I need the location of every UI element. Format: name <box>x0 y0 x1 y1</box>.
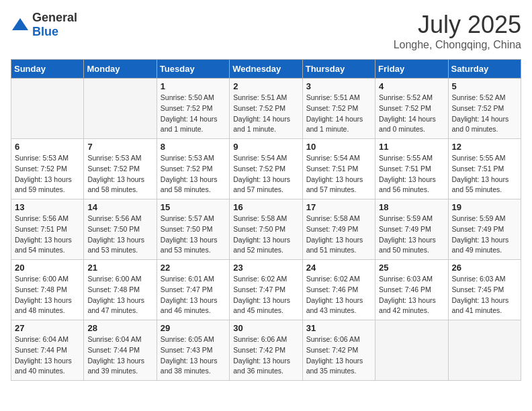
day-number: 30 <box>233 323 298 333</box>
day-info: Sunrise: 5:53 AM Sunset: 7:52 PM Dayligh… <box>161 153 226 195</box>
day-info: Sunrise: 6:03 AM Sunset: 7:45 PM Dayligh… <box>452 274 517 316</box>
day-number: 14 <box>87 202 152 212</box>
day-number: 24 <box>306 263 371 273</box>
day-info: Sunrise: 5:54 AM Sunset: 7:51 PM Dayligh… <box>306 153 371 195</box>
day-info: Sunrise: 5:53 AM Sunset: 7:52 PM Dayligh… <box>87 153 152 195</box>
calendar-cell <box>448 320 521 381</box>
calendar-cell: 18Sunrise: 5:59 AM Sunset: 7:49 PM Dayli… <box>375 199 448 260</box>
weekday-header: Thursday <box>302 60 375 79</box>
logo-general: General <box>32 11 77 24</box>
day-info: Sunrise: 5:54 AM Sunset: 7:52 PM Dayligh… <box>233 153 298 195</box>
calendar-cell: 14Sunrise: 5:56 AM Sunset: 7:50 PM Dayli… <box>84 199 157 260</box>
calendar-cell: 2Sunrise: 5:51 AM Sunset: 7:52 PM Daylig… <box>230 79 302 139</box>
day-info: Sunrise: 5:58 AM Sunset: 7:49 PM Dayligh… <box>306 214 371 256</box>
day-number: 3 <box>306 81 371 91</box>
calendar-table: SundayMondayTuesdayWednesdayThursdayFrid… <box>11 59 521 381</box>
calendar-cell: 27Sunrise: 6:04 AM Sunset: 7:44 PM Dayli… <box>11 320 84 381</box>
calendar-cell: 29Sunrise: 6:05 AM Sunset: 7:43 PM Dayli… <box>157 320 229 381</box>
day-info: Sunrise: 6:05 AM Sunset: 7:43 PM Dayligh… <box>161 334 226 377</box>
day-number: 29 <box>161 323 226 333</box>
day-number: 18 <box>379 202 444 212</box>
day-number: 15 <box>161 202 226 212</box>
calendar-cell: 5Sunrise: 5:52 AM Sunset: 7:52 PM Daylig… <box>448 79 521 139</box>
day-number: 7 <box>87 142 152 152</box>
day-number: 5 <box>452 81 517 91</box>
day-info: Sunrise: 5:59 AM Sunset: 7:49 PM Dayligh… <box>379 214 444 256</box>
day-info: Sunrise: 5:56 AM Sunset: 7:50 PM Dayligh… <box>87 214 152 256</box>
day-info: Sunrise: 6:02 AM Sunset: 7:47 PM Dayligh… <box>233 274 298 316</box>
calendar-cell: 31Sunrise: 6:06 AM Sunset: 7:42 PM Dayli… <box>302 320 375 381</box>
day-info: Sunrise: 5:57 AM Sunset: 7:50 PM Dayligh… <box>161 214 226 256</box>
day-info: Sunrise: 5:58 AM Sunset: 7:50 PM Dayligh… <box>233 214 298 256</box>
calendar-cell: 30Sunrise: 6:06 AM Sunset: 7:42 PM Dayli… <box>230 320 302 381</box>
calendar-cell: 12Sunrise: 5:55 AM Sunset: 7:51 PM Dayli… <box>448 139 521 199</box>
calendar-cell: 23Sunrise: 6:02 AM Sunset: 7:47 PM Dayli… <box>230 260 302 320</box>
day-info: Sunrise: 6:06 AM Sunset: 7:42 PM Dayligh… <box>233 334 298 377</box>
day-number: 8 <box>161 142 226 152</box>
day-info: Sunrise: 5:51 AM Sunset: 7:52 PM Dayligh… <box>306 93 371 135</box>
day-info: Sunrise: 6:01 AM Sunset: 7:47 PM Dayligh… <box>161 274 226 316</box>
location: Longhe, Chongqing, China <box>394 39 521 51</box>
day-number: 17 <box>306 202 371 212</box>
day-number: 21 <box>87 263 152 273</box>
day-info: Sunrise: 6:04 AM Sunset: 7:44 PM Dayligh… <box>15 334 80 377</box>
day-info: Sunrise: 5:56 AM Sunset: 7:51 PM Dayligh… <box>15 214 80 256</box>
day-info: Sunrise: 6:03 AM Sunset: 7:46 PM Dayligh… <box>379 274 444 316</box>
day-number: 22 <box>161 263 226 273</box>
calendar-cell: 25Sunrise: 6:03 AM Sunset: 7:46 PM Dayli… <box>375 260 448 320</box>
day-number: 13 <box>15 202 80 212</box>
calendar-cell: 20Sunrise: 6:00 AM Sunset: 7:48 PM Dayli… <box>11 260 84 320</box>
calendar-cell: 28Sunrise: 6:04 AM Sunset: 7:44 PM Dayli… <box>84 320 157 381</box>
day-info: Sunrise: 5:53 AM Sunset: 7:52 PM Dayligh… <box>15 153 80 195</box>
month-title: July 2025 <box>394 11 521 39</box>
calendar-cell: 19Sunrise: 5:59 AM Sunset: 7:49 PM Dayli… <box>448 199 521 260</box>
day-number: 4 <box>379 81 444 91</box>
calendar-cell <box>84 79 157 139</box>
calendar-cell: 6Sunrise: 5:53 AM Sunset: 7:52 PM Daylig… <box>11 139 84 199</box>
calendar-cell: 4Sunrise: 5:52 AM Sunset: 7:52 PM Daylig… <box>375 79 448 139</box>
title-block: July 2025 Longhe, Chongqing, China <box>394 11 521 51</box>
calendar-cell: 15Sunrise: 5:57 AM Sunset: 7:50 PM Dayli… <box>157 199 229 260</box>
day-info: Sunrise: 6:02 AM Sunset: 7:46 PM Dayligh… <box>306 274 371 316</box>
day-number: 25 <box>379 263 444 273</box>
calendar-cell: 8Sunrise: 5:53 AM Sunset: 7:52 PM Daylig… <box>157 139 229 199</box>
weekday-header: Tuesday <box>157 60 229 79</box>
calendar-cell <box>11 79 84 139</box>
logo: General Blue <box>11 11 77 39</box>
logo-blue: Blue <box>32 25 58 38</box>
calendar-cell: 17Sunrise: 5:58 AM Sunset: 7:49 PM Dayli… <box>302 199 375 260</box>
page-header: General Blue July 2025 Longhe, Chongqing… <box>11 11 521 51</box>
day-info: Sunrise: 5:50 AM Sunset: 7:52 PM Dayligh… <box>161 93 226 135</box>
weekday-header: Monday <box>84 60 157 79</box>
calendar-cell: 16Sunrise: 5:58 AM Sunset: 7:50 PM Dayli… <box>230 199 302 260</box>
day-number: 23 <box>233 263 298 273</box>
day-info: Sunrise: 6:06 AM Sunset: 7:42 PM Dayligh… <box>306 334 371 377</box>
day-number: 20 <box>15 263 80 273</box>
calendar-cell: 24Sunrise: 6:02 AM Sunset: 7:46 PM Dayli… <box>302 260 375 320</box>
day-number: 6 <box>15 142 80 152</box>
weekday-header: Saturday <box>448 60 521 79</box>
calendar-cell: 22Sunrise: 6:01 AM Sunset: 7:47 PM Dayli… <box>157 260 229 320</box>
day-number: 26 <box>452 263 517 273</box>
logo-icon <box>11 17 30 33</box>
day-number: 1 <box>161 81 226 91</box>
weekday-header: Wednesday <box>230 60 302 79</box>
calendar-cell: 9Sunrise: 5:54 AM Sunset: 7:52 PM Daylig… <box>230 139 302 199</box>
calendar-cell: 26Sunrise: 6:03 AM Sunset: 7:45 PM Dayli… <box>448 260 521 320</box>
day-number: 2 <box>233 81 298 91</box>
day-number: 19 <box>452 202 517 212</box>
day-info: Sunrise: 5:55 AM Sunset: 7:51 PM Dayligh… <box>452 153 517 195</box>
day-number: 9 <box>233 142 298 152</box>
calendar-cell <box>375 320 448 381</box>
calendar-cell: 7Sunrise: 5:53 AM Sunset: 7:52 PM Daylig… <box>84 139 157 199</box>
day-number: 10 <box>306 142 371 152</box>
weekday-header: Sunday <box>11 60 84 79</box>
day-number: 11 <box>379 142 444 152</box>
calendar-cell: 21Sunrise: 6:00 AM Sunset: 7:48 PM Dayli… <box>84 260 157 320</box>
day-number: 27 <box>15 323 80 333</box>
day-info: Sunrise: 6:00 AM Sunset: 7:48 PM Dayligh… <box>87 274 152 316</box>
day-info: Sunrise: 5:52 AM Sunset: 7:52 PM Dayligh… <box>379 93 444 135</box>
day-number: 31 <box>306 323 371 333</box>
day-info: Sunrise: 6:00 AM Sunset: 7:48 PM Dayligh… <box>15 274 80 316</box>
day-info: Sunrise: 5:59 AM Sunset: 7:49 PM Dayligh… <box>452 214 517 256</box>
